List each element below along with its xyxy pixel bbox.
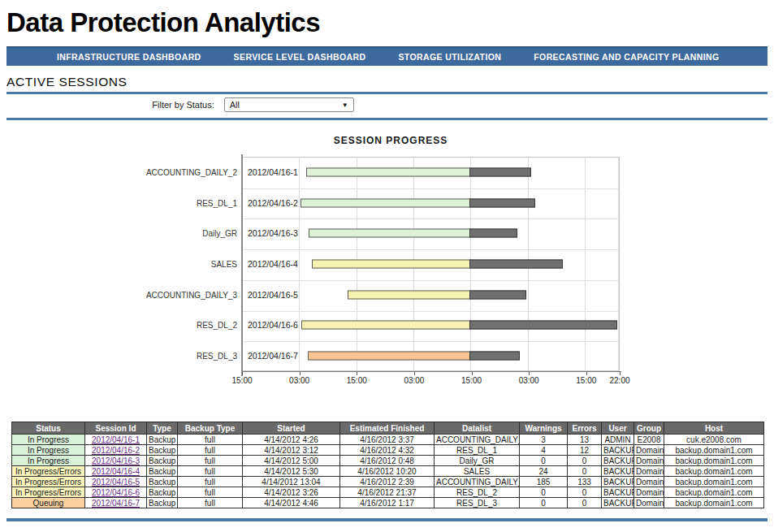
table-cell: 4/14/2012 4:46 — [243, 498, 340, 508]
x-axis-tick — [414, 372, 415, 375]
table-cell: Backup — [147, 477, 178, 487]
table-cell: full — [178, 445, 243, 456]
table-cell: 0 — [520, 487, 568, 498]
table-cell: 133 — [568, 477, 602, 487]
table-row: Queuing2012/04/16-7Backupfull4/14/2012 4… — [12, 498, 764, 508]
chart-session-id: 2012/04/16-3 — [248, 228, 298, 238]
x-axis-tick-label: 03:00 — [289, 376, 309, 385]
table-cell: full — [178, 477, 243, 487]
progress-bar-elapsed — [308, 351, 470, 360]
active-sessions-table: StatusSession IdTypeBackup TypeStartedEs… — [11, 422, 764, 508]
x-axis-tick — [242, 372, 243, 375]
chart-row-ACCOUNTING_DAILY_2: ACCOUNTING_DAILY_22012/04/16-1 — [6, 157, 774, 188]
progress-bar-elapsed — [312, 259, 470, 268]
table-cell: backup.domain1.com — [664, 456, 764, 466]
table-row: In Progress/Errors2012/04/16-5Backupfull… — [12, 477, 764, 487]
table-header-cell: User — [602, 422, 634, 435]
table-cell: 4/16/2012 1:17 — [340, 498, 435, 508]
status-cell: In Progress — [12, 435, 85, 445]
progress-bar-elapsed — [309, 229, 470, 238]
x-axis-tick-label: 15:00 — [347, 376, 367, 385]
table-cell: Backup — [147, 487, 178, 498]
nav-item-1[interactable]: SERVICE LEVEL DASHBOARD — [234, 52, 366, 62]
table-cell: 2012/04/16-7 — [85, 498, 147, 508]
table-cell: 0 — [568, 466, 602, 477]
x-axis-tick — [620, 372, 620, 375]
table-cell: full — [178, 466, 243, 477]
table-cell: 0 — [568, 456, 602, 466]
table-cell: Domain1 — [634, 466, 664, 477]
table-header-cell: Estimated Finished — [340, 422, 435, 435]
divider-rule-bottom — [6, 518, 768, 521]
table-cell: Backup — [147, 466, 178, 477]
chart-session-name: RES_DL_1 — [6, 198, 237, 207]
x-axis-tick — [529, 372, 530, 375]
chart-row-RES_DL_2: RES_DL_22012/04/16-6 — [6, 309, 774, 340]
status-cell: In Progress/Errors — [12, 466, 85, 477]
nav-item-0[interactable]: INFRASTRUCTURE DASHBOARD — [57, 52, 201, 62]
session-link[interactable]: 2012/04/16-7 — [92, 499, 140, 508]
chart-session-name: RES_DL_3 — [6, 351, 237, 360]
session-link[interactable]: 2012/04/16-4 — [92, 467, 140, 476]
x-axis-tick-label: 22:00 — [609, 376, 629, 385]
chart-row-RES_DL_3: RES_DL_32012/04/16-7 — [6, 340, 774, 371]
table-header-row: StatusSession IdTypeBackup TypeStartedEs… — [12, 422, 764, 435]
filter-label: Filter by Status: — [152, 100, 214, 110]
chart-session-name: ACCOUNTING_DAILY_2 — [6, 167, 237, 176]
status-cell: In Progress/Errors — [12, 487, 85, 498]
table-cell: 4/16/2012 10:20 — [340, 466, 435, 477]
table-row: In Progress2012/04/16-2Backupfull4/14/20… — [12, 445, 764, 456]
table-cell: full — [178, 456, 243, 466]
nav-item-2[interactable]: STORAGE UTILIZATION — [398, 52, 501, 62]
table-cell: Domain1 — [634, 456, 664, 466]
chart-x-tick-labels: 15:0003:0015:0003:0015:0003:0015:0022:00 — [242, 376, 620, 387]
table-cell: BACKUP — [602, 456, 634, 466]
session-link[interactable]: 2012/04/16-6 — [92, 488, 140, 497]
progress-bar-remaining — [469, 321, 617, 330]
table-cell: 3 — [520, 435, 568, 445]
progress-bar-elapsed — [348, 290, 470, 299]
session-link[interactable]: 2012/04/16-5 — [92, 478, 140, 487]
table-cell: ACCOUNTING_DAILY_3 — [435, 477, 520, 487]
status-cell: In Progress/Errors — [12, 477, 85, 487]
table-header-cell: Backup Type — [178, 422, 243, 435]
status-cell: In Progress — [12, 456, 85, 466]
session-link[interactable]: 2012/04/16-2 — [92, 446, 140, 455]
nav-item-3[interactable]: FORECASTING AND CAPACITY PLANNING — [534, 52, 719, 62]
chart-row-SALES: SALES2012/04/16-4 — [6, 249, 774, 279]
table-header-cell: Status — [12, 422, 85, 435]
table-cell: 13 — [568, 435, 602, 445]
table-cell: BACKUP — [602, 445, 634, 456]
chart-session-id: 2012/04/16-6 — [248, 320, 298, 330]
chart-row-Daily_GR: Daily_GR2012/04/16-3 — [6, 218, 774, 249]
table-cell: 4/16/2012 2:39 — [340, 477, 435, 487]
table-cell: backup.domain1.com — [664, 477, 764, 487]
status-filter-value: All — [230, 100, 240, 110]
progress-bar-elapsed — [301, 198, 470, 207]
table-cell: 4/16/2012 21:37 — [340, 487, 435, 498]
x-axis-tick-label: 03:00 — [519, 376, 539, 385]
chart-session-name: SALES — [6, 259, 237, 268]
table-header-cell: Started — [243, 422, 340, 435]
status-filter-select[interactable]: All ▼ — [224, 97, 354, 112]
progress-bar-elapsed — [306, 167, 470, 176]
table-cell: SALES — [435, 466, 520, 477]
table-header-cell: Group — [634, 422, 664, 435]
table-cell: 4/14/2012 3:26 — [243, 487, 340, 498]
table-row: In Progress2012/04/16-3Backupfull4/14/20… — [12, 456, 764, 466]
table-row: In Progress/Errors2012/04/16-4Backupfull… — [12, 466, 764, 477]
table-cell: ACCOUNTING_DAILY_2 — [435, 435, 520, 445]
session-link[interactable]: 2012/04/16-3 — [92, 456, 140, 465]
x-axis-tick — [300, 372, 301, 375]
table-cell: 2012/04/16-2 — [85, 445, 147, 456]
table-header-cell: Errors — [568, 422, 602, 435]
table-cell: backup.domain1.com — [664, 487, 764, 498]
table-header-cell: Type — [147, 422, 178, 435]
table-cell: BACKUP — [602, 466, 634, 477]
table-header-cell: Session Id — [85, 422, 147, 435]
session-link[interactable]: 2012/04/16-1 — [92, 435, 140, 444]
table-cell: Backup — [147, 498, 178, 508]
table-cell: 185 — [520, 477, 568, 487]
table-cell: 24 — [520, 466, 568, 477]
progress-bar-remaining — [469, 198, 535, 207]
